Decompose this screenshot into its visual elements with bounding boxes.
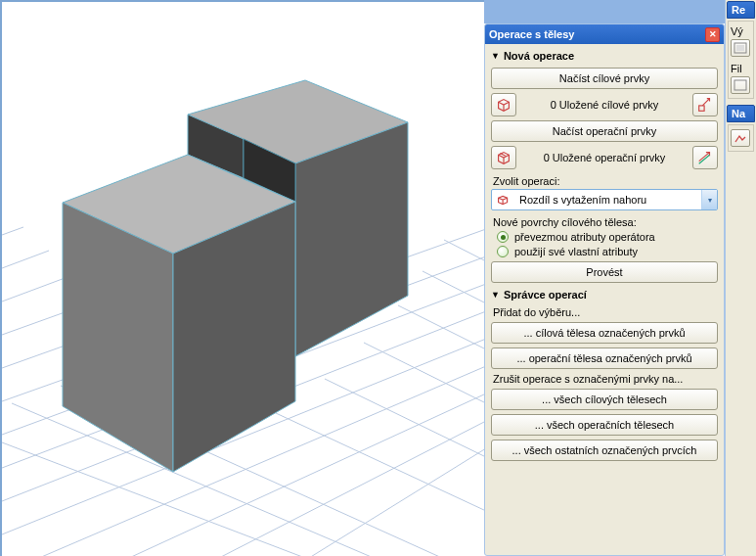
right-label-fil: Fil (731, 63, 751, 74)
section-operation-manager[interactable]: ▼ Správce operací (491, 287, 587, 302)
dropdown-arrow-icon[interactable]: ▾ (701, 190, 717, 209)
panel-titlebar[interactable]: Operace s tělesy ✕ (485, 24, 724, 44)
target-arrow-icon-button[interactable] (692, 93, 718, 116)
section-label: Správce operací (504, 289, 587, 301)
load-target-elements-button[interactable]: Načíst cílové prvky (491, 68, 718, 89)
all-target-bodies-button[interactable]: ... všech cílových tělesech (491, 389, 718, 410)
svg-line-1 (2, 251, 49, 268)
right-button-2[interactable] (731, 76, 750, 94)
collapse-arrow-icon: ▼ (491, 51, 500, 61)
right-tab-re[interactable]: Re (727, 1, 755, 19)
radio-icon (497, 246, 509, 257)
radio-icon (497, 231, 509, 243)
top-strip (484, 0, 756, 23)
radio-label: převezmou atributy operátora (514, 231, 655, 243)
target-bodies-button[interactable]: ... cílová tělesa označených prvků (491, 322, 718, 344)
execute-button[interactable]: Provést (491, 261, 718, 283)
svg-line-20 (398, 305, 486, 349)
solid-operations-panel: Operace s tělesy ✕ ▼ Nová operace Načíst… (484, 23, 725, 556)
svg-rect-32 (699, 106, 704, 111)
svg-line-4 (2, 344, 70, 368)
svg-line-17 (276, 413, 486, 511)
radio-own-attributes[interactable]: použijí své vlastní atributy (497, 246, 718, 257)
viewport-3d[interactable] (0, 0, 484, 556)
cancel-ops-label: Zrušit operace s označenými prvky na... (493, 373, 718, 385)
svg-rect-35 (734, 80, 746, 90)
dropdown-icon (492, 191, 515, 208)
svg-line-2 (2, 277, 67, 301)
collapse-arrow-icon: ▼ (491, 290, 500, 300)
svg-line-13 (309, 448, 486, 556)
all-other-marked-button[interactable]: ... všech ostatních označených prvcích (491, 440, 718, 461)
svg-line-0 (2, 227, 23, 235)
target-cube-icon-button[interactable] (491, 93, 516, 116)
svg-rect-34 (736, 45, 744, 51)
radio-inherit-operator[interactable]: převezmou atributy operátora (497, 231, 718, 243)
oper-cube-icon-button[interactable] (491, 146, 516, 169)
panel-title: Operace s tělesy (489, 28, 705, 40)
section-label: Nová operace (504, 50, 574, 62)
operation-dropdown[interactable]: Rozdíl s vytažením nahoru ▾ (491, 189, 718, 210)
dropdown-text: Rozdíl s vytažením nahoru (515, 194, 701, 206)
stored-oper-count: 0 Uložené operační prvky (522, 152, 687, 163)
choose-operation-label: Zvolit operaci: (493, 175, 718, 187)
right-sidebar: Re Vý Fil Na (725, 0, 756, 556)
right-button-1[interactable] (731, 39, 750, 57)
svg-line-22 (444, 240, 486, 261)
operation-bodies-button[interactable]: ... operační tělesa označených prvků (491, 348, 718, 369)
add-to-selection-label: Přidat do výběru... (493, 306, 718, 318)
svg-line-19 (364, 343, 486, 403)
svg-line-3 (2, 311, 67, 335)
right-button-3[interactable] (731, 129, 750, 147)
stored-target-count: 0 Uložené cílové prvky (522, 99, 687, 111)
svg-line-18 (325, 379, 486, 457)
all-operation-bodies-button[interactable]: ... všech operačních tělesech (491, 414, 718, 436)
radio-label: použijí své vlastní atributy (514, 246, 638, 257)
new-surfaces-label: Nové povrchy cílového tělesa: (493, 216, 718, 228)
section-new-operation[interactable]: ▼ Nová operace (491, 48, 574, 64)
right-tab-na[interactable]: Na (727, 105, 755, 122)
panel-close-button[interactable]: ✕ (705, 27, 720, 42)
right-label-vy: Vý (731, 25, 751, 37)
oper-arrow-icon-button[interactable] (692, 146, 718, 169)
load-operation-elements-button[interactable]: Načíst operační prvky (491, 120, 718, 142)
svg-line-12 (219, 421, 486, 556)
